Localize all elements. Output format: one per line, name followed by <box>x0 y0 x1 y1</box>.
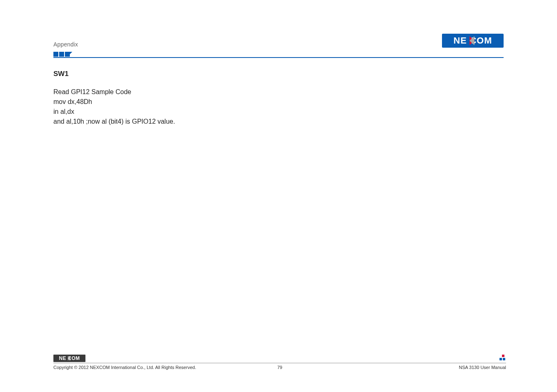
svg-rect-2 <box>53 52 58 57</box>
page-header: Appendix NE COM <box>53 34 504 58</box>
svg-rect-8 <box>502 355 504 357</box>
footer-rule <box>53 363 506 363</box>
footer-mark-icon <box>499 355 506 362</box>
footer-top: NE COM <box>53 355 506 362</box>
brand-logo-icon: NE COM <box>442 34 504 48</box>
page-number: 79 <box>53 365 506 370</box>
footer-row: Copyright © 2012 NEXCOM International Co… <box>53 365 506 370</box>
page-content: SW1 Read GPI12 Sample Code mov dx,48Dh i… <box>53 70 504 127</box>
header-divider <box>53 50 504 58</box>
content-heading: SW1 <box>53 70 504 78</box>
divider-marker-icon <box>53 52 72 57</box>
code-line: in al,dx <box>53 107 504 117</box>
header-row: Appendix NE COM <box>53 34 504 48</box>
footer-brand-logo-icon: NE COM <box>53 355 85 362</box>
svg-marker-5 <box>70 52 72 54</box>
svg-rect-3 <box>59 52 64 57</box>
header-rule <box>53 57 504 58</box>
svg-rect-4 <box>65 52 70 57</box>
section-label: Appendix <box>53 41 78 48</box>
page-footer: NE COM Copyright © 2012 NEXCOM Internati… <box>53 355 506 370</box>
code-line: Read GPI12 Sample Code <box>53 87 504 97</box>
document-page: Appendix NE COM <box>0 0 557 392</box>
svg-rect-9 <box>499 358 502 360</box>
svg-rect-10 <box>503 358 505 360</box>
code-line: and al,10h ;now al (bit4) is GPIO12 valu… <box>53 117 504 127</box>
code-line: mov dx,48Dh <box>53 97 504 107</box>
